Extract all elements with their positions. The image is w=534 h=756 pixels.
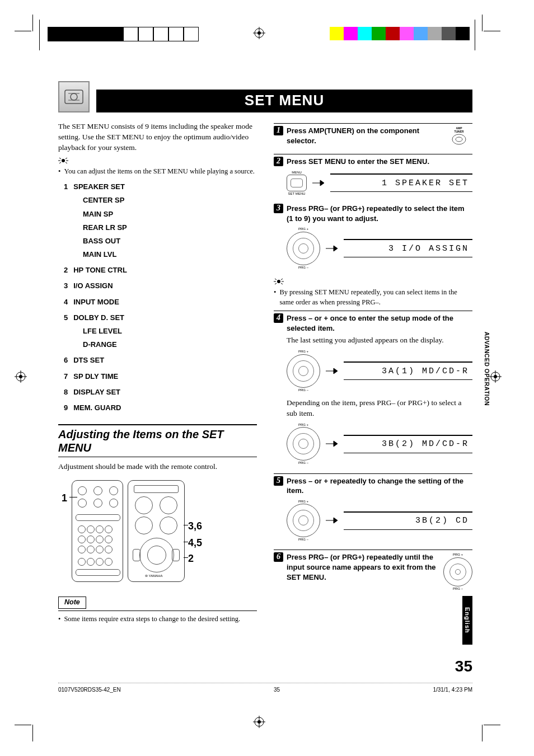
step-number-1: 1 [274,126,283,135]
dpad-icon [287,354,320,388]
remote-figure: ⊛ YAMAHA 1 3,6 4,5 2 [72,480,223,586]
svg-line-23 [59,158,61,159]
arrow-right-icon [312,180,325,186]
step-number-3: 3 [274,204,283,213]
step-number-2: 2 [274,157,283,166]
callout-36: 3,6 [188,519,202,533]
callout-45: 4,5 [188,536,202,550]
set-menu-button-icon [287,175,307,191]
dpad-icon [443,557,472,586]
registration-mark-icon [489,370,502,383]
note-text: Some items require extra steps to change… [64,614,240,624]
svg-point-31 [277,280,280,283]
lcd-display: 3B(2) MD/CD-R [344,435,472,453]
svg-point-20 [62,159,65,162]
svg-point-29 [452,134,466,144]
arrow-right-icon [326,440,338,447]
step-number-5: 5 [274,476,283,486]
svg-rect-16 [65,90,83,104]
step-2-text: Press SET MENU to enter the SET MENU. [287,157,429,167]
footer-date: 1/31/1, 4:23 PM [433,687,472,693]
language-tab: English [462,596,472,645]
intro-hint: You can adjust the items on the SET MENU… [64,167,254,177]
svg-line-26 [65,162,67,163]
svg-line-25 [59,162,61,163]
callout-2: 2 [188,552,194,566]
hint-icon [274,278,284,285]
adjusting-text: Adjustment should be made with the remot… [58,462,257,472]
step-number-6: 6 [274,552,283,562]
svg-point-17 [71,93,77,100]
step-number-4: 4 [274,313,283,323]
step-3-text: Press PRG– (or PRG+) repeatedly to selec… [287,204,472,223]
arrow-right-icon [326,245,338,252]
page-title: SET MENU [96,90,472,112]
step-1-text: Press AMP(TUNER) on the component select… [287,126,442,145]
arrow-right-icon [326,517,338,524]
intro-paragraph: The SET MENU consists of 9 items includi… [58,121,257,153]
svg-line-24 [65,158,67,159]
dpad-icon [287,504,320,537]
amp-tuner-icon: AMP TUNER [446,126,472,146]
lcd-display: 1 SPEAKER SET [330,173,472,192]
lcd-display: 3B(2) CD [344,511,472,530]
step-4-text: Press – or + once to enter the setup mod… [287,313,472,333]
svg-line-36 [275,283,277,284]
step-3-hint: By pressing SET MENU repeatedly, you can… [279,288,472,307]
set-menu-list: 1SPEAKER SET CENTER SP MAIN SP REAR LR S… [64,182,257,413]
page-number: 35 [455,658,472,675]
dpad-icon [287,232,320,265]
svg-text:TUNER: TUNER [454,130,464,133]
registration-mark-icon [253,27,265,39]
dpad-icon [287,427,320,461]
step-4-body2: Depending on the item, press PRG– (or PR… [287,398,472,419]
svg-point-30 [456,137,462,142]
svg-line-37 [281,283,283,284]
registration-mark-icon [253,716,265,728]
color-bars-left [48,27,199,41]
set-menu-title-icon [58,81,90,112]
svg-line-35 [281,279,283,280]
lcd-display: 3A(1) MD/CD-R [344,361,472,380]
footer-page: 35 [274,687,280,693]
step-6-text: Press PRG– (or PRG+) repeatedly until th… [287,552,440,582]
footer-file: 0107V520RDS35-42_EN [58,687,121,693]
callout-1: 1 [62,491,67,505]
lcd-display: 3 I/O ASSIGN [344,239,472,257]
note-label: Note [58,597,86,609]
section-tab: ADVANCED OPERATION [484,332,490,406]
svg-line-34 [275,279,277,280]
hint-icon [58,157,68,165]
step-4-body: The last setting you adjusted appears on… [287,335,472,346]
arrow-right-icon [326,368,338,374]
registration-mark-icon [15,370,27,383]
adjusting-heading: Adjusting the Items on the SET MENU [58,424,257,457]
step-5-text: Press – or + repeatedly to change the se… [287,476,472,496]
color-bars-right [330,27,470,40]
